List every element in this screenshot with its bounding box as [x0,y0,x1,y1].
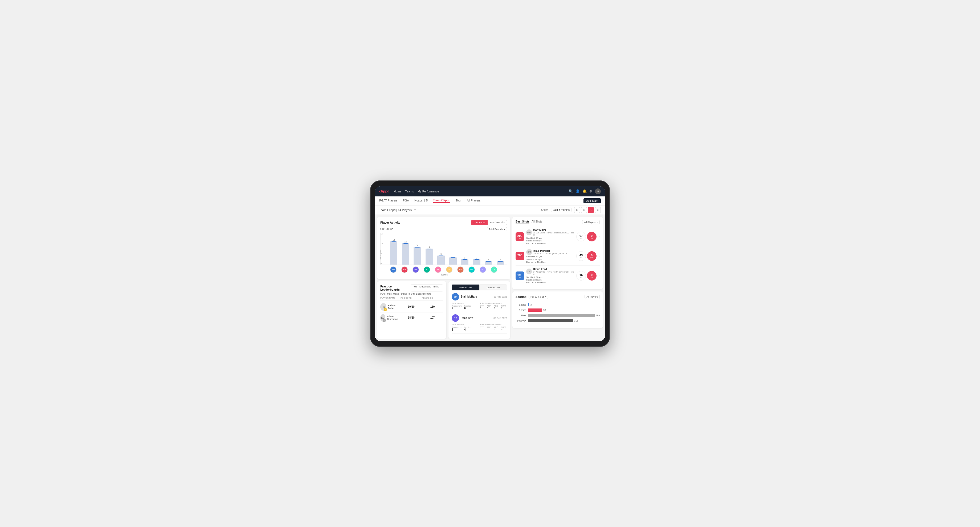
leaderboard-filter[interactable]: PUTT Must Make Putting … [410,284,443,291]
gtt-val-blair: 0 [480,307,486,310]
rank-badge-1: 1 [384,308,387,311]
best-shots-card: Best Shots All Shots All Players ▾ 2 [512,217,603,289]
shot-avatar-mcharg: BM [526,249,532,255]
leaderboard-columns: PLAYER NAME PB SCORE PB AVG SQ [380,297,443,300]
shot-details-mcharg: Shot Dist: 43 yds Start Lie: Rough End L… [526,256,574,263]
active-player-rees: RB Rees Britt 02 Sep 2023 Total Rounds [452,314,507,333]
tab-tour[interactable]: Tour [456,199,461,203]
player-avatar-small: EC [480,267,486,273]
sub-nav-right: Add Team [584,198,601,203]
tournament-label-rees: Tournament [452,326,461,328]
tab-pga[interactable]: PGA [403,199,409,203]
chevron-down-icon: ▾ [504,228,505,230]
tab-least-active[interactable]: Least Active [479,284,507,290]
bar-element [497,261,504,264]
users-icon[interactable]: 👤 [576,189,580,193]
tab-pgat-players[interactable]: PGAT Players [379,199,398,203]
bar-highlight [439,256,444,256]
shot-card-ford[interactable]: 198 SG DF David Ford 24 Aug 2023 · Ro [515,266,600,286]
player-name-crossman: Edward Crossman [387,315,401,321]
shot-card-mcharg[interactable]: 200 SG BM Blair McHarg 23 Jul 2023 · [515,247,600,266]
nav-bar: clippd Home Teams My Performance 🔍 👤 🔔 ⊕… [375,186,605,197]
scoring-players-filter[interactable]: All Players [584,295,600,299]
nav-teams[interactable]: Teams [405,190,414,193]
shot-date-mcharg: 23 Jul 2023 · Ashridge GC, Hole 15 [533,252,567,255]
score-bar-birdies [528,308,542,312]
shot-card-miller[interactable]: 200 SG MM Matt Miller 09 Jun 2023 · R [515,227,600,247]
add-team-button[interactable]: Add Team [584,198,601,203]
col-pb-score: PB SCORE [401,297,422,299]
chevron-down-icon-scoring: ▾ [545,295,546,298]
rank-badge-2: 2 [383,319,386,322]
list-view-icon[interactable]: ⊟ [581,207,587,213]
score-val-bogeys: 315 [574,319,578,322]
notifications-icon[interactable]: 🔔 [582,189,587,193]
scoring-card: Scoring Par 3, 4 & 5s ▾ All Players Eagl… [512,291,603,328]
chevron-right-icon-ford: › [599,274,600,278]
table-view-icon[interactable]: ≡ [595,207,601,213]
shot-name-miller: Matt Miller [533,229,574,232]
practice-activities-label-blair: Total Practice Activities [480,302,507,305]
rounds-grid-rees: Total Rounds Tournament 8 Practice [452,323,507,331]
avatar[interactable]: U [595,189,601,194]
shot-metrics-mcharg: 43 yds 0 yds [576,251,597,261]
score-bar-birdies-wrap: 96 [528,308,600,312]
score-label-bogeys: Bogeys+ [515,319,526,322]
active-player-header-1: BM Blair McHarg 26 Aug 2023 [452,293,507,300]
active-player-info-1: BM Blair McHarg [452,293,477,300]
nav-my-performance[interactable]: My Performance [418,190,439,193]
chart-filter-label: Total Rounds [488,228,503,230]
app-label-rees: APP [487,326,493,328]
score-row-birdies: Birdies 96 [515,308,600,312]
practice-drills-toggle[interactable]: Practice Drills [488,220,507,225]
show-label: Show: [541,208,548,211]
card-view-icon[interactable]: ♡ [588,207,594,213]
bar-group: 5 [435,253,447,264]
score-row-pars: Pars 499 [515,313,600,317]
total-rounds-col-rees: Total Rounds Tournament 8 Practice [452,323,479,331]
tab-best-shots[interactable]: Best Shots [515,220,530,224]
shot-player-header-ford: DF David Ford 24 Aug 2023 · Royal North … [526,268,574,275]
bottom-grid: Practice Leaderboards PUTT Must Make Put… [377,281,510,339]
shot-badge-miller: 200 SG [515,232,524,241]
tab-most-active[interactable]: Most Active [452,284,479,290]
chart-filter-dropdown[interactable]: Total Rounds ▾ [487,227,507,231]
tab-hcaps[interactable]: Hcaps 1-5 [414,199,428,203]
search-icon[interactable]: 🔍 [568,189,573,193]
practice-val-blair: 6 [464,307,471,310]
total-rounds-col-blair: Total Rounds Tournament 7 Practice [452,302,479,310]
tab-team-clippd[interactable]: Team Clippd [433,198,450,203]
metric2-mcharg: 0 yds [587,251,597,261]
total-rounds-label-rees: Total Rounds [452,323,479,326]
col-player-name: PLAYER NAME [380,297,401,299]
plus-circle-icon[interactable]: ⊕ [589,189,592,193]
bar-value-label: 4 [452,255,453,257]
tournament-val-rees: 8 [452,328,461,331]
bar-group: 3 [459,257,471,265]
show-select[interactable]: Last 3 months [551,208,571,212]
all-players-filter[interactable]: All Players ▾ [582,220,600,224]
on-course-toggle[interactable]: On Course [471,220,488,225]
player-avatar-small: EE [435,267,441,273]
scoring-chart: Eagles 3 Birdies 96 [515,302,600,325]
arg-val-blair: 0 [494,307,500,310]
scoring-par-filter[interactable]: Par 3, 4 & 5s ▾ [529,295,548,299]
score-bar-pars-wrap: 499 [528,313,600,317]
tab-all-players[interactable]: All Players [467,199,481,203]
sub-nav: PGAT Players PGA Hcaps 1-5 Team Clippd T… [375,197,605,205]
bar-value-label: 13 [393,239,395,241]
bar-group: 2 [483,259,494,264]
shot-player-info-mcharg: BM Blair McHarg 23 Jul 2023 · Ashridge G… [526,249,574,263]
app-val-rees: 0 [487,328,493,331]
player-name-butler: Richard Butler [388,304,401,310]
edit-team-icon[interactable]: ✏ [414,208,416,211]
activity-title: Player Activity [380,221,400,224]
tab-all-shots[interactable]: All Shots [531,220,542,224]
bar-value-label: 5 [441,253,442,255]
bar-value-label: 3 [476,257,477,259]
arg-val-rees: 0 [494,328,500,331]
grid-view-icon[interactable]: ⊞ [574,207,580,213]
nav-icons: 🔍 👤 🔔 ⊕ U [568,189,601,194]
app-label: APP [487,305,493,307]
nav-home[interactable]: Home [394,190,401,193]
